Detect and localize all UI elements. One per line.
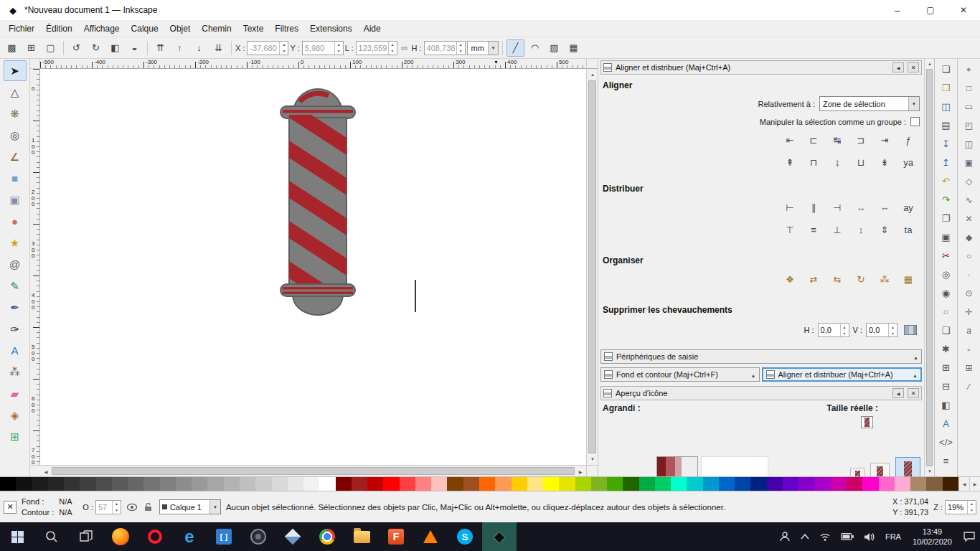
menu-item[interactable]: Filtres — [269, 22, 304, 36]
color-swatch[interactable] — [862, 477, 878, 491]
spin-up-icon[interactable] — [113, 501, 121, 507]
horizontal-scrollbar-thumb[interactable] — [52, 467, 575, 475]
snap-grids-button[interactable]: ⊞ — [959, 359, 979, 377]
color-swatch[interactable] — [703, 477, 719, 491]
color-swatch[interactable] — [32, 477, 48, 491]
spin-up-icon[interactable] — [389, 42, 397, 48]
spin-down-icon[interactable] — [280, 48, 288, 55]
color-swatch[interactable] — [926, 477, 942, 491]
distribute-right-edges-button[interactable]: ⊣ — [826, 199, 848, 216]
color-swatch[interactable] — [847, 477, 862, 491]
lock-ratio-icon[interactable]: ∞ — [399, 39, 410, 57]
text-tool[interactable]: A — [4, 340, 27, 361]
color-swatch[interactable] — [336, 477, 352, 491]
spin-down-icon[interactable] — [968, 507, 976, 514]
hidden-icons-chevron-icon[interactable] — [796, 522, 814, 551]
spin-up-icon[interactable] — [889, 324, 897, 330]
v-gap-input[interactable]: 0,0 — [866, 323, 897, 337]
relative-to-dropdown[interactable]: Zone de sélection — [819, 96, 920, 111]
make-vertical-gaps-equal-button[interactable]: ↕ — [850, 222, 872, 238]
star-tool[interactable]: ★ — [4, 232, 27, 253]
align-left-edges-button[interactable]: ⊏ — [803, 132, 824, 149]
spin-down-icon[interactable] — [113, 507, 121, 514]
stroke-value[interactable]: N/A — [59, 507, 77, 518]
color-swatch[interactable] — [767, 477, 783, 491]
exchange-positions-selection-order-button[interactable]: ⇄ — [803, 271, 824, 288]
text-dialog-button[interactable]: A — [936, 415, 956, 433]
snap-rotation-centers-button[interactable]: ✛ — [959, 303, 979, 321]
unclump-button[interactable]: ▦ — [897, 271, 919, 288]
calligraphy-tool[interactable]: ✑ — [4, 319, 27, 339]
fill-stroke-tab[interactable]: Fond et contour (Maj+Ctrl+F) — [600, 367, 760, 382]
color-swatch[interactable] — [128, 477, 143, 491]
color-swatch[interactable] — [735, 477, 750, 491]
menu-item[interactable]: Extensions — [304, 22, 358, 36]
color-swatch[interactable] — [447, 477, 463, 491]
snap-path-intersections-button[interactable]: ✕ — [959, 209, 979, 227]
distribute-centers-horizontally-button[interactable]: ∥ — [803, 199, 824, 216]
distribute-bottom-edges-button[interactable]: ⊥ — [826, 222, 848, 238]
layer-lock-icon[interactable] — [143, 501, 154, 513]
lower-button[interactable]: ↓ — [190, 39, 208, 57]
color-swatch[interactable] — [192, 477, 207, 491]
select-all-layers-button[interactable]: ⊞ — [22, 39, 40, 57]
align-left-to-anchor-right-button[interactable]: ⇥ — [874, 132, 895, 149]
color-swatch[interactable] — [527, 477, 543, 491]
chevron-down-icon[interactable] — [209, 500, 220, 514]
affect-corners-toggle[interactable]: ◠ — [526, 39, 544, 57]
action-center-icon[interactable] — [958, 522, 980, 551]
color-swatch[interactable] — [750, 477, 766, 491]
panel-close-button[interactable] — [908, 62, 919, 72]
spin-up-icon[interactable] — [968, 501, 976, 507]
snap-bbox-centers-button[interactable]: ▣ — [959, 154, 979, 171]
color-swatch[interactable] — [495, 477, 511, 491]
color-swatch[interactable] — [623, 477, 639, 491]
color-swatch[interactable] — [415, 477, 431, 491]
menu-item[interactable]: Texte — [237, 22, 270, 36]
spin-down-icon[interactable] — [335, 48, 343, 55]
create-clone-button[interactable]: ✱ — [936, 340, 956, 358]
chevron-down-icon[interactable] — [908, 97, 919, 110]
dock-scrollbar[interactable] — [924, 59, 934, 476]
make-horizontal-gaps-equal-button[interactable]: ↔ — [850, 199, 872, 216]
save-document-button[interactable]: ◫ — [936, 98, 956, 116]
task-view-button[interactable] — [69, 522, 103, 551]
color-swatch[interactable] — [575, 477, 591, 491]
box-3d-tool[interactable]: ▣ — [4, 189, 27, 210]
panel-shade-button[interactable] — [892, 62, 904, 72]
center-on-vertical-axis-button[interactable]: ↹ — [826, 132, 848, 149]
color-swatch[interactable] — [288, 477, 303, 491]
align-distribute-tab[interactable]: Aligner et distribuer (Maj+Ctrl+A) — [762, 367, 923, 382]
color-swatch[interactable] — [671, 477, 687, 491]
align-bottom-edges-button[interactable]: ⊔ — [850, 154, 872, 171]
scroll-left-icon[interactable] — [40, 466, 52, 476]
rotate-cw-button[interactable]: ↻ — [87, 39, 105, 57]
icon-size-preview-24[interactable] — [870, 463, 890, 476]
color-swatch[interactable] — [96, 477, 112, 491]
align-top-edges-button[interactable]: ⊓ — [803, 154, 824, 171]
expand-icon[interactable] — [913, 352, 918, 361]
snap-bounding-box-button[interactable]: □ — [959, 79, 979, 97]
snap-page-border-button[interactable]: ▫ — [959, 340, 979, 358]
xml-editor-button[interactable]: </> — [936, 433, 956, 451]
color-swatch[interactable] — [719, 477, 735, 491]
text-baseline-align-button[interactable]: ya — [897, 154, 919, 171]
menu-item[interactable]: Affichage — [78, 22, 126, 36]
color-swatch[interactable] — [303, 477, 319, 491]
color-swatch[interactable] — [383, 477, 399, 491]
color-swatch[interactable] — [815, 477, 831, 491]
deselect-button[interactable]: ▢ — [42, 39, 60, 57]
horizontal-scrollbar[interactable] — [40, 465, 586, 476]
randomize-positions-button[interactable]: ⁂ — [874, 271, 895, 288]
network-icon[interactable] — [814, 522, 836, 551]
menu-item[interactable]: Chemin — [196, 22, 237, 36]
color-swatch[interactable] — [272, 477, 288, 491]
snap-smooth-nodes-button[interactable]: ○ — [959, 247, 979, 265]
paint-bucket-tool[interactable]: ◈ — [4, 405, 27, 425]
align-top-to-anchor-bottom-button[interactable]: ⇟ — [874, 154, 895, 171]
color-swatch[interactable] — [943, 477, 958, 491]
h-gap-input[interactable]: 0,0 — [818, 323, 849, 337]
color-swatch[interactable] — [559, 477, 575, 491]
height-input[interactable]: 408,738 — [424, 41, 466, 55]
ellipse-tool[interactable]: ● — [4, 211, 27, 232]
